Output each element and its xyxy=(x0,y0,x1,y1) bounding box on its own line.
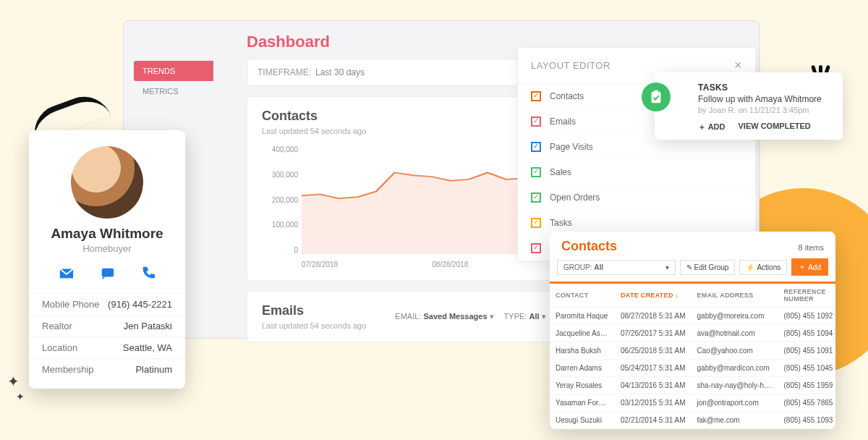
table-cell: 03/12/2015 5:31 AM xyxy=(615,394,692,412)
checkbox-icon xyxy=(531,192,541,203)
table-cell: (805) 455 1959 xyxy=(778,377,835,394)
chevron-down-icon[interactable]: ▾ xyxy=(542,312,546,321)
task-toast: TASKS Follow up with Amaya Whitmore by J… xyxy=(655,72,843,140)
layout-editor-item-label: Emails xyxy=(550,117,576,127)
plus-icon: ＋ xyxy=(698,122,706,131)
emails-filter-email-label: EMAIL: xyxy=(395,312,421,321)
table-cell: jon@ontraport.com xyxy=(692,394,778,412)
task-add-button[interactable]: ＋ ADD xyxy=(698,122,726,132)
group-select[interactable]: GROUP: All ▾ xyxy=(557,260,676,275)
table-cell: Uesugi Suzuki xyxy=(550,412,615,429)
layout-editor-item[interactable]: Open Orders xyxy=(518,185,755,211)
table-row[interactable]: Paromita Haque08/27/2018 5:31 AMgabby@mo… xyxy=(550,308,835,325)
emails-filter-email-value[interactable]: Saved Messages xyxy=(423,312,487,321)
profile-field-value: Seattle, WA xyxy=(123,342,172,353)
contacts-table-window: Contacts 8 items GROUP: All ▾ ✎ Edit Gro… xyxy=(550,232,835,429)
table-cell: ava@hotmail.com xyxy=(692,325,778,342)
plus-icon: ＋ xyxy=(799,262,806,272)
profile-field-row: LocationSeattle, WA xyxy=(29,337,185,358)
checkbox-icon xyxy=(531,243,541,253)
table-cell: gabby@mardicon.com xyxy=(692,360,778,377)
table-row[interactable]: Darren Adams05/24/2017 5:31 AMgabby@mard… xyxy=(550,360,835,377)
actions-button[interactable]: ⚡ Actions xyxy=(739,260,787,275)
table-cell: fak@me.com xyxy=(692,412,778,429)
profile-field-value: (916) 445-2221 xyxy=(108,299,172,310)
emails-card-subtitle: Last updated 54 seconds ago xyxy=(262,321,366,330)
table-row[interactable]: Harsha Buksh06/25/2018 5:31 AMCao@yahoo.… xyxy=(550,342,835,360)
table-cell: (805) 455 7865 xyxy=(778,394,835,412)
table-cell: (805) 455 1091 xyxy=(778,342,835,360)
table-cell: (805) 455 1045 xyxy=(778,360,835,377)
table-cell: Yeray Rosales xyxy=(550,377,615,394)
table-cell: (805) 455 1094 xyxy=(778,325,835,342)
svg-rect-2 xyxy=(654,90,658,93)
profile-field-key: Realtor xyxy=(42,321,72,331)
emails-filter-type-label: TYPE: xyxy=(504,312,527,321)
clipboard-check-icon xyxy=(642,82,671,111)
table-cell: gabby@moreira.com xyxy=(692,308,778,325)
chat-icon[interactable] xyxy=(100,266,116,282)
chevron-down-icon[interactable]: ▾ xyxy=(490,312,494,321)
task-meta: by Joan R. on 11/21/21 3:45pm xyxy=(698,106,831,114)
table-column-header[interactable]: DATE CREATED ↓ xyxy=(615,284,692,308)
phone-icon[interactable] xyxy=(141,266,156,282)
decor-sparkle-icon: ✦ xyxy=(7,373,20,390)
table-column-header[interactable]: EMAIL ADDRESS xyxy=(692,284,778,308)
table-cell: Jacqueline Asong xyxy=(550,325,615,342)
layout-editor-item-label: Contacts xyxy=(550,91,584,101)
contacts-table-count: 8 items xyxy=(799,243,824,252)
table-row[interactable]: Uesugi Suzuki02/21/2014 5:31 AMfak@me.co… xyxy=(550,412,835,429)
decor-sparkle-icon: ✦ xyxy=(16,391,25,402)
table-cell: Yasaman Foroutan xyxy=(550,394,615,412)
table-column-header[interactable]: CONTACT xyxy=(550,284,615,308)
profile-field-value: Jen Pataski xyxy=(124,321,172,331)
mail-icon[interactable] xyxy=(59,266,75,282)
pencil-icon: ✎ xyxy=(686,263,692,271)
layout-editor-item-label: Page Visits xyxy=(550,142,593,152)
checkbox-icon xyxy=(531,218,541,228)
table-row[interactable]: Yasaman Foroutan03/12/2015 5:31 AMjon@on… xyxy=(550,394,835,412)
lightning-icon: ⚡ xyxy=(746,263,754,271)
table-cell: 08/27/2018 5:31 AM xyxy=(615,308,692,325)
table-cell: 07/26/2017 5:31 AM xyxy=(615,325,692,342)
timeframe-label: TIMEFRAME: xyxy=(258,67,311,77)
close-icon[interactable]: × xyxy=(734,58,742,73)
edit-group-button[interactable]: ✎ Edit Group xyxy=(680,260,736,275)
layout-editor-title: LAYOUT EDITOR xyxy=(531,60,610,71)
task-heading: TASKS xyxy=(698,82,831,93)
add-contact-button[interactable]: ＋ Add xyxy=(791,258,828,276)
profile-field-row: MembershipPlatinum xyxy=(29,358,185,380)
avatar xyxy=(71,146,143,219)
table-row[interactable]: Yeray Rosales04/13/2016 5:31 AMsha-nay-n… xyxy=(550,377,835,394)
sidebar-tabs: TRENDS METRICS xyxy=(134,61,213,101)
table-cell: 02/21/2014 5:31 AM xyxy=(615,412,692,429)
table-cell: Darren Adams xyxy=(550,360,615,377)
emails-filter-type-value[interactable]: All xyxy=(529,312,539,321)
checkbox-icon xyxy=(531,167,541,177)
svg-rect-1 xyxy=(652,92,661,103)
contacts-table-title: Contacts xyxy=(561,239,617,254)
table-column-header[interactable]: REFERENCE NUMBER xyxy=(778,284,835,308)
table-row[interactable]: Jacqueline Asong07/26/2017 5:31 AMava@ho… xyxy=(550,325,835,342)
task-view-completed-button[interactable]: VIEW COMPLETED xyxy=(739,122,811,132)
table-cell: sha-nay-nay@holy-hell-batm xyxy=(692,377,778,394)
table-cell: (805) 455 1093 xyxy=(778,412,835,429)
table-cell: 04/13/2016 5:31 AM xyxy=(615,377,692,394)
table-cell: Harsha Buksh xyxy=(550,342,615,360)
profile-field-row: RealtorJen Pataski xyxy=(29,315,185,337)
chart-y-axis: 400,000 300,000 200,000 100,000 0 xyxy=(262,145,298,254)
profile-field-key: Membership xyxy=(42,364,94,375)
layout-editor-item[interactable]: Sales xyxy=(518,160,755,185)
tab-metrics[interactable]: METRICS xyxy=(134,81,213,101)
table-cell: (805) 455 1092 xyxy=(778,308,835,325)
layout-editor-item-label: Sales xyxy=(550,167,571,177)
tab-trends[interactable]: TRENDS xyxy=(134,61,213,81)
checkbox-icon xyxy=(531,91,541,101)
checkbox-icon xyxy=(531,117,541,127)
chevron-down-icon: ▾ xyxy=(665,263,669,271)
sort-down-icon: ↓ xyxy=(676,292,679,299)
task-message: Follow up with Amaya Whitmore xyxy=(698,94,831,104)
svg-rect-3 xyxy=(102,268,114,277)
layout-editor-item-label: Tasks xyxy=(550,218,572,228)
profile-name: Amaya Whitmore xyxy=(29,226,185,242)
